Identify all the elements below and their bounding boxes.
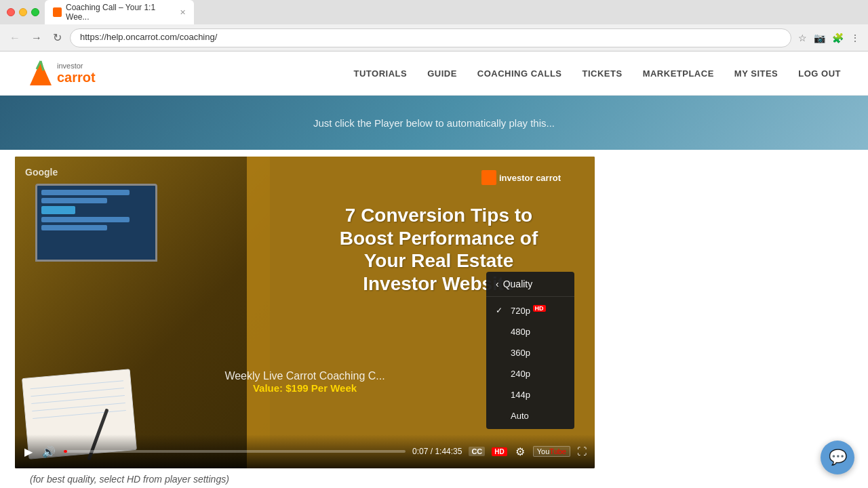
tab-favicon-icon: [53, 7, 62, 17]
logo-text: investor carrot: [57, 62, 96, 85]
hd-badge: HD: [492, 447, 507, 456]
video-wrapper: Google investor carrot 7 Conversion Tips…: [15, 157, 598, 488]
carrot-logo-icon: [27, 60, 54, 87]
volume-button[interactable]: 🔊: [41, 444, 57, 460]
traffic-lights: [7, 8, 39, 16]
website-content: investor carrot TUTORIALS GUIDE COACHING…: [0, 52, 868, 488]
below-video-text: (for best quality, select HD from player…: [15, 468, 598, 488]
video-logo-text: investor carrot: [499, 173, 561, 183]
quality-menu[interactable]: ‹ Quality ✓ 720p HD ✓ 480p: [486, 272, 574, 429]
laptop-screen: [35, 184, 157, 262]
screenshot-icon[interactable]: 📷: [812, 31, 827, 45]
maximize-button[interactable]: [31, 8, 39, 16]
screen-line-2: [41, 198, 107, 203]
hero-banner: Just click the Player below to automatic…: [0, 96, 868, 150]
quality-option-144p[interactable]: ✓ 144p: [486, 384, 574, 405]
site-navigation: investor carrot TUTORIALS GUIDE COACHING…: [0, 52, 868, 96]
hd-tag-720p: HD: [533, 305, 546, 312]
forward-button[interactable]: →: [28, 30, 45, 45]
logo-carrot: carrot: [57, 70, 96, 85]
hero-banner-text: Just click the Player below to automatic…: [313, 117, 555, 129]
address-bar[interactable]: https://help.oncarrot.com/coaching/: [70, 28, 791, 47]
nav-marketplace[interactable]: MARKETPLACE: [643, 68, 714, 79]
notebook-line-3: [31, 395, 125, 404]
quality-option-240p[interactable]: ✓ 240p: [486, 363, 574, 384]
quality-label-480p: 480p: [511, 327, 565, 337]
video-bg-left: [15, 157, 270, 468]
quality-label-auto: Auto: [511, 411, 565, 421]
video-player[interactable]: Google investor carrot 7 Conversion Tips…: [15, 157, 595, 468]
nav-tickets[interactable]: TICKETS: [583, 68, 623, 79]
screen-button: [41, 206, 75, 214]
nav-coaching-calls[interactable]: COACHING CALLS: [477, 68, 562, 79]
back-button[interactable]: ←: [7, 30, 23, 45]
quality-menu-title: Quality: [503, 279, 533, 289]
quality-options-list: ✓ 720p HD ✓ 480p ✓ 360p: [486, 297, 574, 429]
browser-chrome: Coaching Call – Your 1:1 Wee... ✕ ← → ↻ …: [0, 0, 868, 52]
nav-log-out[interactable]: LOG OUT: [798, 68, 841, 79]
quality-label-144p: 144p: [511, 390, 565, 400]
video-title-line2: Boost Performance of: [317, 227, 561, 250]
tab-title: Coaching Call – Your 1:1 Wee...: [66, 3, 173, 22]
play-pause-button[interactable]: ▶: [23, 444, 34, 460]
chat-bubble-button[interactable]: 💬: [821, 441, 854, 474]
cc-button[interactable]: CC: [469, 447, 485, 456]
video-logo: investor carrot: [481, 170, 561, 185]
screen-line-4: [41, 225, 107, 230]
below-video-label: (for best quality, select HD from player…: [30, 474, 229, 485]
browser-tab[interactable]: Coaching Call – Your 1:1 Wee... ✕: [45, 0, 194, 24]
tab-close-icon[interactable]: ✕: [180, 8, 186, 17]
site-logo[interactable]: investor carrot: [27, 60, 96, 87]
browser-toolbar: ← → ↻ https://help.oncarrot.com/coaching…: [0, 24, 868, 52]
google-watermark: Google: [25, 167, 58, 178]
minimize-button[interactable]: [19, 8, 27, 16]
youtube-button[interactable]: YouTube: [533, 446, 570, 457]
quality-option-480p[interactable]: ✓ 480p: [486, 321, 574, 342]
quality-option-720p[interactable]: ✓ 720p HD: [486, 300, 574, 321]
screen-line-1: [41, 190, 130, 195]
screen-line-3: [41, 217, 130, 222]
fullscreen-button[interactable]: ⛶: [577, 446, 587, 457]
extensions-icon[interactable]: 🧩: [831, 31, 845, 45]
notebook-line-5: [33, 410, 126, 419]
video-controls: ▶ 🔊 0:07 / 1:44:35 CC HD ⚙ YouTube ⛶: [15, 434, 595, 468]
nav-guide[interactable]: GUIDE: [427, 68, 457, 79]
progress-bar-fill: [64, 450, 67, 453]
browser-titlebar: Coaching Call – Your 1:1 Wee... ✕: [0, 0, 868, 24]
quality-label-720p: 720p HD: [511, 305, 565, 316]
time-display: 0:07 / 1:44:35: [412, 447, 462, 456]
quality-label-360p: 360p: [511, 348, 565, 358]
video-logo-icon: [481, 170, 496, 185]
menu-icon[interactable]: ⋮: [849, 31, 861, 45]
toolbar-icons: ☆ 📷 🧩 ⋮: [797, 31, 861, 45]
bookmark-icon[interactable]: ☆: [797, 31, 808, 45]
main-content: Google investor carrot 7 Conversion Tips…: [0, 150, 868, 488]
time-current: 0:07: [412, 447, 428, 456]
nav-links: TUTORIALS GUIDE COACHING CALLS TICKETS M…: [353, 68, 841, 79]
refresh-button[interactable]: ↻: [50, 30, 64, 45]
settings-button[interactable]: ⚙: [514, 444, 526, 460]
time-total: 1:44:35: [435, 447, 462, 456]
video-title-line3: Your Real Estate: [317, 249, 561, 272]
quality-back-arrow[interactable]: ‹: [496, 279, 499, 289]
quality-option-auto[interactable]: ✓ Auto: [486, 405, 574, 426]
quality-label-240p: 240p: [511, 369, 565, 379]
progress-bar[interactable]: [64, 450, 406, 453]
laptop-visual: [35, 184, 171, 285]
notebook-line-4: [32, 403, 125, 411]
close-button[interactable]: [7, 8, 15, 16]
nav-tutorials[interactable]: TUTORIALS: [353, 68, 407, 79]
quality-option-360p[interactable]: ✓ 360p: [486, 342, 574, 363]
nav-my-sites[interactable]: MY SITES: [734, 68, 778, 79]
video-title-line1: 7 Conversion Tips to: [317, 204, 561, 227]
logo-investor: investor: [57, 62, 96, 70]
check-mark-720p: ✓: [496, 306, 505, 315]
quality-menu-header: ‹ Quality: [486, 272, 574, 297]
